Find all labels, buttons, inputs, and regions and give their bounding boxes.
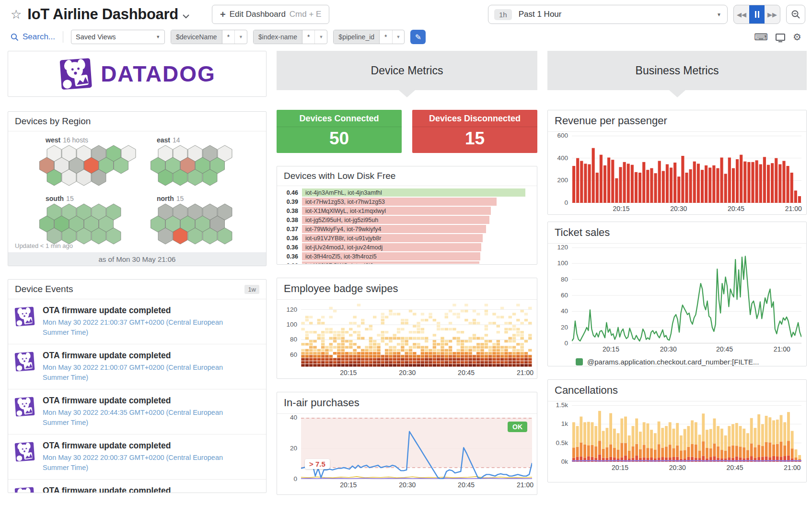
in-air-lines[interactable] — [301, 418, 532, 479]
hexmap[interactable] — [150, 203, 251, 246]
toplist-row[interactable]: 0.36iot-Wl6l6RQWO, iot-wl6l6rqwo — [280, 261, 532, 264]
datadog-avatar-icon — [14, 396, 36, 418]
y-axis-tick: 0 — [564, 199, 568, 206]
toplist-row[interactable]: 0.37iot-79WkiyFy4, iot-79wkiyfy4 — [280, 225, 532, 233]
x-axis-tick: 20:45 — [458, 481, 475, 489]
events-list: OTA firmware update completedMon May 30 … — [8, 299, 266, 493]
toplist-row[interactable]: 0.36iot-3fH4roZI5, iot-3fh4rozi5 — [280, 252, 532, 260]
x-axis-tick: 20:30 — [399, 369, 416, 376]
event-item[interactable]: OTA firmware update completedMon May 30 … — [8, 389, 266, 434]
toplist-row[interactable]: 0.38iot-X1MqXlWyL, iot-x1mqxlwyl — [280, 207, 532, 215]
zoom-out-button[interactable] — [786, 5, 805, 24]
search-input[interactable]: Search... — [11, 32, 55, 42]
x-axis-tick: 21:00 — [785, 205, 802, 212]
time-backward-button[interactable]: ◀◀ — [734, 5, 749, 23]
devices-by-region-title: Devices by Region — [8, 112, 266, 131]
edit-shortcut: Cmd + E — [290, 10, 322, 19]
favorite-star-icon[interactable]: ☆ — [11, 7, 22, 22]
toplist-bar: iot-3fH4roZI5, iot-3fh4rozi5 — [302, 252, 480, 260]
edit-variables-button[interactable]: ✎ — [410, 30, 426, 44]
ticket-sales-legend[interactable]: @params.application.checkout.card_number… — [548, 355, 806, 366]
event-text: OTA firmware update completedMon May 30 … — [43, 396, 249, 428]
toplist-bar: iot-u91VJYB8r, iot-u91vjyb8r — [302, 234, 483, 242]
badge-swipes-heatmap[interactable] — [301, 304, 532, 367]
tv-mode-icon[interactable] — [776, 34, 785, 41]
hexmap[interactable] — [39, 203, 139, 246]
x-axis-tick: 20:30 — [669, 464, 686, 471]
y-axis-tick: 200 — [557, 176, 568, 184]
edit-dashboard-button[interactable]: + Edit Dashboard Cmd + E — [212, 5, 329, 24]
toplist-bar: iot-jUv24modJ, iot-juv24modj — [302, 243, 481, 251]
template-variable-pill[interactable]: $pipeline_id*▼ — [333, 30, 405, 44]
toplist-row[interactable]: 0.38iot-jg5Zi95uH, iot-jg5zi95uh — [280, 216, 532, 224]
devices-connected-card[interactable]: Devices Connected 50 — [277, 110, 402, 153]
template-variable-pill[interactable]: $index-name*▼ — [253, 30, 327, 44]
in-air-purchases-panel: In-air purchases 02040> 7.5OK20:1520:302… — [277, 392, 537, 495]
y-axis-tick: 80 — [290, 336, 297, 343]
updated-timestamp: Updated < 1 min ago — [15, 242, 73, 249]
toplist-bar: iot-X1MqXlWyL, iot-x1mqxlwyl — [302, 207, 491, 215]
saved-views-select[interactable]: Saved Views ▼ — [71, 30, 165, 44]
ticket-sales-line[interactable] — [572, 247, 801, 343]
x-axis-tick: 20:15 — [612, 464, 628, 471]
dashboard-grid: DATADOG Devices by Region west16 hostsea… — [0, 47, 812, 495]
keyboard-shortcuts-icon[interactable]: ⌨ — [754, 31, 768, 43]
settings-gear-icon[interactable]: ⚙ — [793, 31, 801, 43]
cancellations-title: Cancellations — [548, 380, 806, 401]
pause-icon — [755, 11, 759, 18]
toplist-row[interactable]: 0.46iot-4jn3AmFhL, iot-4jn3amfhl — [280, 188, 532, 197]
template-variables: $deviceName*▼$index-name*▼$pipeline_id*▼ — [171, 30, 405, 44]
time-forward-button[interactable]: ▶▶ — [765, 5, 780, 23]
event-timestamp: Mon May 30 2022 20:00:37 GMT+0200 (Centr… — [43, 453, 249, 473]
devices-disconnected-card[interactable]: Devices Disconnected 15 — [412, 110, 537, 153]
hexmap[interactable] — [39, 145, 139, 187]
variable-value: * — [302, 30, 314, 44]
x-axis-tick: 20:30 — [660, 345, 677, 353]
saved-views-caret-icon: ▼ — [156, 35, 160, 39]
device-events-panel: Device Events 1w OTA firmware update com… — [8, 279, 267, 493]
time-range-selector[interactable]: 1h Past 1 Hour ▼ — [488, 5, 728, 24]
event-item[interactable]: OTA firmware update completedMon May 30 … — [8, 299, 266, 344]
monitor-status-badge[interactable]: OK — [508, 422, 527, 432]
datadog-avatar-icon — [14, 441, 36, 463]
event-title: OTA firmware update completed — [43, 396, 249, 406]
y-axis-tick: 1.5k — [556, 401, 568, 409]
hexmap-group-west: west16 hosts — [30, 136, 141, 194]
event-item[interactable]: OTA firmware update completed — [8, 479, 266, 493]
event-item[interactable]: OTA firmware update completedMon May 30 … — [8, 434, 266, 479]
hexmap[interactable] — [150, 145, 251, 187]
ticket-sales-panel: Ticket sales 02040608010012020:1520:3020… — [547, 222, 807, 366]
revenue-panel: Revenue per passenger 020040060020:1520:… — [547, 110, 807, 215]
event-text: OTA firmware update completedMon May 30 … — [43, 441, 249, 473]
in-air-chart: 02040> 7.5OK20:1520:3020:4521:00 — [277, 414, 537, 491]
event-timestamp: Mon May 30 2022 21:00:37 GMT+0200 (Centr… — [43, 317, 249, 338]
pencil-icon: ✎ — [415, 33, 421, 42]
ticket-sales-chart: 02040608010012020:1520:3020:4521:00 — [548, 244, 806, 355]
x-axis-tick: 21:00 — [517, 369, 534, 376]
variable-name: $deviceName — [171, 30, 222, 44]
pause-button[interactable] — [749, 5, 765, 23]
top-bar: ☆ IoT Airline Dashboard + Edit Dashboard… — [0, 0, 812, 27]
datadog-avatar-icon — [14, 305, 36, 328]
toplist-bar: iot-Wl6l6RQWO, iot-wl6l6rqwo — [302, 261, 479, 264]
y-axis-tick: 100 — [286, 321, 297, 328]
datadog-avatar-icon — [14, 486, 36, 493]
cancellations-bars[interactable] — [572, 405, 801, 462]
x-axis-tick: 20:15 — [603, 345, 619, 353]
revenue-bars[interactable] — [572, 136, 801, 203]
toplist-row[interactable]: 0.36iot-jUv24modJ, iot-juv24modj — [280, 243, 532, 251]
title-chevron-down-icon[interactable] — [182, 12, 190, 21]
y-axis-tick: 60 — [290, 351, 297, 358]
x-axis-tick: 20:30 — [399, 481, 416, 489]
toplist-row[interactable]: 0.36iot-u91VJYB8r, iot-u91vjyb8r — [280, 234, 532, 242]
y-axis-tick: 40 — [561, 307, 568, 315]
right-column: Business Metrics Revenue per passenger 0… — [547, 51, 807, 482]
template-variable-pill[interactable]: $deviceName*▼ — [171, 30, 247, 44]
event-item[interactable]: OTA firmware update completedMon May 30 … — [8, 344, 266, 389]
toplist-row[interactable]: 0.39iot-r7Hw1zg53, iot-r7hw1zg53 — [280, 198, 532, 206]
events-timeframe-badge[interactable]: 1w — [244, 285, 259, 294]
badge-swipes-panel: Employee badge swipes 608010012020:1520:… — [277, 278, 537, 379]
hexmap-group-north: north15 — [141, 195, 253, 252]
x-axis-tick: 21:00 — [784, 464, 800, 471]
page-title: IoT Airline Dashboard — [27, 6, 178, 23]
